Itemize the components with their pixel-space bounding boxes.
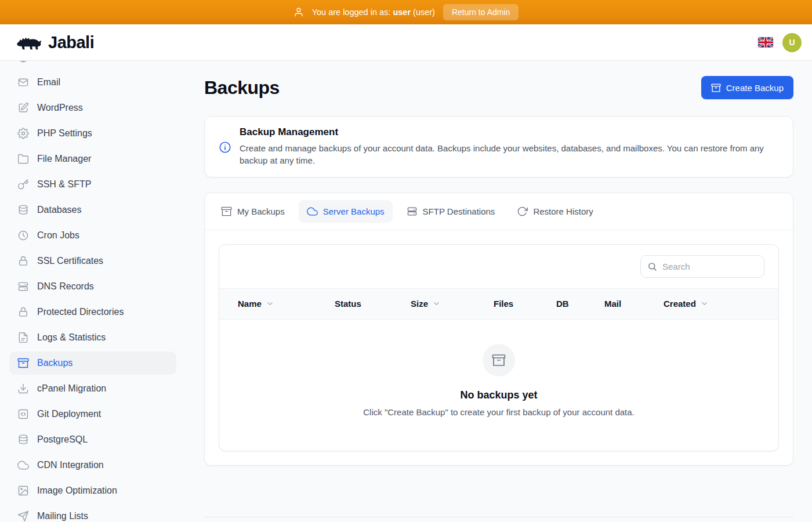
- info-card-title: Backup Management: [240, 126, 775, 138]
- backup-tabs: My Backups Server Backups SFTP Destinati…: [205, 193, 793, 230]
- sidebar-item-label: CDN Integration: [37, 460, 104, 470]
- tab[interactable]: Restore History: [509, 200, 601, 223]
- refresh-icon: [517, 206, 528, 217]
- sidebar-item-label: DNS Records: [37, 281, 94, 292]
- backups-table-card: Name Status Size: [219, 244, 779, 451]
- sidebar-item[interactable]: File Manager: [9, 147, 176, 171]
- globe-icon: [17, 61, 29, 63]
- tab-label: My Backups: [237, 206, 285, 216]
- clock-icon: [17, 230, 29, 241]
- mail-icon: [17, 77, 29, 88]
- sidebar-item-label: WordPress: [37, 103, 83, 113]
- archive-icon: [711, 83, 721, 93]
- column-label: Created: [664, 299, 696, 309]
- sidebar-item[interactable]: Cron Jobs: [9, 224, 176, 247]
- tab[interactable]: SFTP Destinations: [398, 200, 503, 223]
- empty-state: No backups yet Click "Create Backup" to …: [219, 320, 778, 451]
- sidebar-item[interactable]: Logs & Statistics: [9, 326, 176, 349]
- sidebar-item-label: SSL Certificates: [37, 256, 103, 266]
- sidebar-item[interactable]: cPanel Migration: [9, 377, 176, 400]
- sidebar-item[interactable]: PHP Settings: [9, 122, 176, 145]
- create-backup-button[interactable]: Create Backup: [701, 76, 793, 99]
- column-label: Status: [335, 299, 361, 309]
- sidebar-item[interactable]: Databases: [9, 198, 176, 222]
- sidebar-item-label: Image Optimization: [37, 485, 117, 496]
- sidebar-item-label: Protected Directories: [37, 307, 124, 317]
- archive-icon: [17, 357, 29, 369]
- main-content: Backups Create Backup Backup Management …: [186, 61, 812, 522]
- server-icon: [17, 281, 29, 292]
- empty-state-message: Click "Create Backup" to create your fir…: [231, 407, 767, 417]
- column-label: Files: [494, 299, 513, 309]
- empty-state-title: No backups yet: [231, 389, 767, 401]
- sidebar-item-label: Email: [37, 77, 60, 88]
- tab-label: Server Backups: [323, 206, 385, 216]
- sidebar-item[interactable]: Backups: [9, 351, 176, 375]
- archive-icon: [221, 206, 232, 217]
- boar-logo-icon: [15, 34, 43, 52]
- key-icon: [17, 179, 29, 190]
- table-column-header[interactable]: Files: [494, 299, 556, 309]
- chevron-down-icon: [266, 299, 274, 308]
- sidebar-item[interactable]: WordPress: [9, 96, 176, 119]
- cloud-icon: [307, 206, 318, 217]
- tab[interactable]: Server Backups: [299, 200, 393, 223]
- code-icon: [17, 408, 29, 420]
- impersonation-message: You are logged in as: user (user): [312, 8, 435, 17]
- sidebar-item-partial: [9, 61, 176, 71]
- folder-icon: [17, 153, 29, 165]
- chevron-down-icon: [432, 299, 441, 308]
- sidebar-item[interactable]: SSL Certificates: [9, 249, 176, 273]
- sidebar-nav: Email WordPress PHP Settings File Manage…: [0, 61, 186, 522]
- download-icon: [17, 383, 29, 394]
- cloud-icon: [17, 459, 29, 471]
- edit-icon: [17, 102, 29, 114]
- sidebar-item[interactable]: Image Optimization: [9, 479, 176, 502]
- table-header-row: Name Status Size: [219, 288, 778, 320]
- sidebar-items: Email WordPress PHP Settings File Manage…: [9, 71, 176, 522]
- table-column-header[interactable]: Size: [411, 299, 494, 309]
- info-icon: [219, 141, 231, 167]
- database-icon: [17, 204, 29, 216]
- search-input[interactable]: [640, 255, 764, 278]
- sidebar-item[interactable]: PostgreSQL: [9, 428, 176, 451]
- image-icon: [17, 485, 29, 496]
- empty-state-archive-icon: [483, 344, 515, 376]
- table-column-header[interactable]: Created: [664, 299, 778, 309]
- table-column-header[interactable]: DB: [556, 299, 604, 309]
- sidebar-item-label: SSH & SFTP: [37, 179, 91, 190]
- lock-icon: [17, 306, 29, 318]
- sidebar-item[interactable]: SSH & SFTP: [9, 173, 176, 196]
- backups-panel: My Backups Server Backups SFTP Destinati…: [204, 193, 793, 466]
- table-column-header[interactable]: Mail: [604, 299, 664, 309]
- chevron-down-icon: [700, 299, 709, 308]
- impersonated-username: user: [393, 8, 411, 17]
- impersonation-banner: You are logged in as: user (user) Return…: [0, 0, 812, 24]
- language-flag-icon[interactable]: [758, 37, 773, 48]
- lock-icon: [17, 255, 29, 267]
- sidebar-item-label: File Manager: [37, 154, 91, 164]
- sidebar-item-label: PHP Settings: [37, 128, 92, 139]
- sidebar-item[interactable]: Protected Directories: [9, 300, 176, 324]
- sidebar-item[interactable]: CDN Integration: [9, 454, 176, 477]
- return-to-admin-button[interactable]: Return to Admin: [443, 4, 519, 20]
- server-icon: [407, 206, 418, 217]
- sidebar-item-label: Logs & Statistics: [37, 332, 106, 343]
- app-header: Jabali U: [0, 24, 812, 61]
- sidebar-item[interactable]: Email: [9, 71, 176, 94]
- column-label: Size: [411, 299, 428, 309]
- file-text-icon: [17, 332, 29, 343]
- sidebar-item[interactable]: Mailing Lists: [9, 505, 176, 522]
- column-label: DB: [556, 299, 569, 309]
- user-icon: [293, 7, 304, 17]
- tab[interactable]: My Backups: [213, 200, 293, 223]
- info-card-description: Create and manage backups of your accoun…: [240, 142, 775, 167]
- database-icon: [17, 434, 29, 445]
- user-avatar[interactable]: U: [782, 33, 802, 52]
- table-column-header[interactable]: Name: [238, 299, 335, 309]
- page-title: Backups: [204, 77, 280, 99]
- brand-logo[interactable]: Jabali: [15, 33, 94, 52]
- sidebar-item[interactable]: DNS Records: [9, 275, 176, 298]
- table-column-header[interactable]: Status: [335, 299, 411, 309]
- sidebar-item[interactable]: Git Deployment: [9, 403, 176, 426]
